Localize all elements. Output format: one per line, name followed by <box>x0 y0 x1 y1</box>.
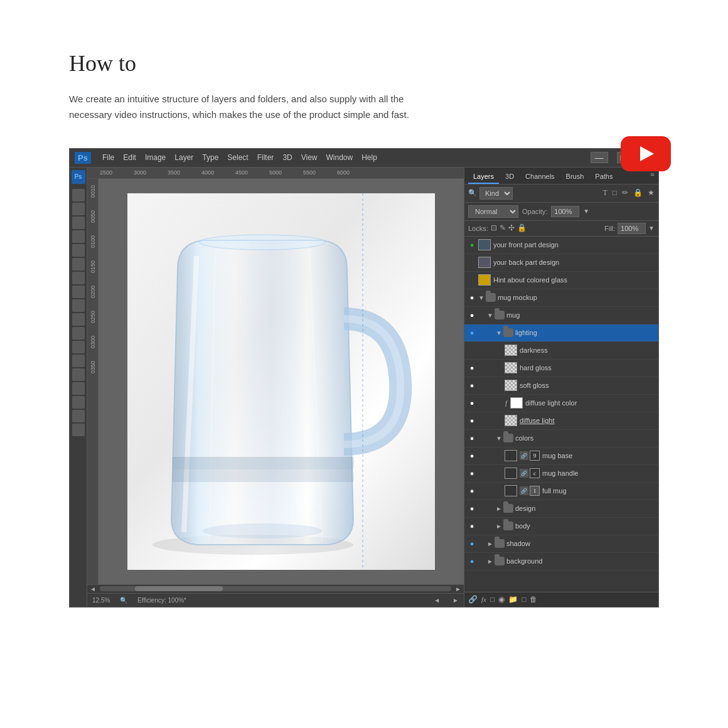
tool-eyedropper[interactable] <box>72 244 85 257</box>
eye-icon-16[interactable]: ● <box>467 503 477 513</box>
scroll-right-btn[interactable]: ► <box>455 586 461 592</box>
layer-item-hint-glass[interactable]: Hint about colored glass <box>464 272 658 289</box>
eye-icon-19[interactable]: ● <box>467 556 477 566</box>
menu-image[interactable]: Image <box>145 153 166 162</box>
menu-type[interactable]: Type <box>202 153 218 162</box>
menu-help[interactable]: Help <box>361 153 377 162</box>
kind-dropdown[interactable]: Kind <box>479 187 513 200</box>
ruler-top: 2500 3000 3500 4000 4500 5000 5500 6000 <box>87 168 464 179</box>
eye-icon-5[interactable]: ● <box>467 310 477 320</box>
layer-item-body[interactable]: ● ► body <box>464 518 658 535</box>
menu-window[interactable]: Window <box>326 153 353 162</box>
tool-crop[interactable] <box>72 230 85 243</box>
ps-layer-list[interactable]: ● your front part design your back part … <box>464 237 658 592</box>
layer-item-shadow[interactable]: ● ► shadow <box>464 535 658 553</box>
thumb-darkness <box>505 345 517 356</box>
layer-item-diffuse-color[interactable]: ● ƒ diffuse light color <box>464 395 658 412</box>
tool-brush[interactable] <box>72 272 85 284</box>
layer-item-back-design[interactable]: your back part design <box>464 254 658 272</box>
eye-icon-14[interactable]: ● <box>467 468 477 478</box>
add-mask-btn[interactable]: □ <box>490 595 495 604</box>
new-group-btn[interactable]: 📁 <box>508 595 518 604</box>
youtube-play-button[interactable] <box>621 136 671 171</box>
new-layer-btn[interactable]: □ <box>522 595 526 604</box>
tab-3d[interactable]: 3D <box>500 170 519 184</box>
layer-item-design[interactable]: ● ► design <box>464 500 658 518</box>
tool-hand[interactable] <box>72 410 85 422</box>
menu-edit[interactable]: Edit <box>123 153 136 162</box>
tool-clone[interactable] <box>72 286 85 298</box>
eye-icon-8[interactable]: ● <box>467 363 477 373</box>
layer-item-diffuse-light[interactable]: ● diffuse light <box>464 412 658 430</box>
menu-layer[interactable]: Layer <box>174 153 193 162</box>
nav-left[interactable]: ◄ <box>434 597 440 604</box>
menu-file[interactable]: File <box>102 153 114 162</box>
opacity-input[interactable] <box>551 206 579 217</box>
tool-lasso[interactable] <box>72 217 85 229</box>
tab-channels[interactable]: Channels <box>520 170 559 184</box>
tool-select[interactable] <box>72 203 85 215</box>
nav-right[interactable]: ► <box>452 597 459 604</box>
delete-layer-btn[interactable]: 🗑 <box>530 595 537 604</box>
tool-zoom[interactable] <box>72 424 85 436</box>
menu-3d[interactable]: 3D <box>282 153 292 162</box>
adjustment-btn[interactable]: ◉ <box>498 595 505 604</box>
menu-select[interactable]: Select <box>227 153 248 162</box>
tool-eraser[interactable] <box>72 313 85 326</box>
fx-btn[interactable]: fx <box>481 596 486 603</box>
folder-icon-shadow <box>495 539 505 548</box>
tool-move[interactable] <box>72 189 85 201</box>
eye-icon-9[interactable]: ● <box>467 380 477 390</box>
tool-history[interactable] <box>72 299 85 312</box>
tab-layers[interactable]: Layers <box>468 170 499 184</box>
tab-paths[interactable]: Paths <box>590 170 618 184</box>
eye-icon-4[interactable]: ● <box>467 292 477 302</box>
lock-image-icon[interactable]: ✎ <box>500 223 506 233</box>
tool-gradient[interactable] <box>72 327 85 340</box>
panel-menu-icon[interactable]: ≡ <box>650 170 655 184</box>
tool-pen[interactable] <box>72 355 85 367</box>
h-scrollbar[interactable] <box>100 586 451 591</box>
layer-item-mug[interactable]: ● ▼ mug <box>464 307 658 324</box>
layer-item-mug-mockup[interactable]: ● ▼ mug mockup <box>464 289 658 307</box>
layer-item-mug-base[interactable]: ● 🔗 9 mug base <box>464 447 658 465</box>
layer-item-background[interactable]: ● ► background <box>464 553 658 570</box>
link-layers-btn[interactable]: 🔗 <box>468 595 478 604</box>
lock-position-icon[interactable]: ✣ <box>508 223 515 233</box>
eye-icon-11[interactable]: ● <box>467 415 477 426</box>
eye-icon-12[interactable]: ● <box>467 433 477 443</box>
locks-label: Locks: <box>468 225 488 232</box>
layer-item-full-mug[interactable]: ● 🔗 1 full mug <box>464 483 658 500</box>
eye-icon-17[interactable]: ● <box>467 521 477 531</box>
tool-type[interactable] <box>72 368 85 381</box>
layer-item-hard-gloss[interactable]: ● hard gloss <box>464 360 658 377</box>
layer-item-colors[interactable]: ● ▼ colors <box>464 430 658 447</box>
blend-mode-dropdown[interactable]: Normal Multiply Screen <box>468 205 518 218</box>
tool-shape[interactable] <box>72 396 85 409</box>
eye-icon-6[interactable]: ● <box>467 328 477 338</box>
eye-icon-13[interactable]: ● <box>467 451 477 461</box>
layer-item-soft-gloss[interactable]: ● soft gloss <box>464 377 658 395</box>
menu-filter[interactable]: Filter <box>257 153 274 162</box>
tool-path[interactable] <box>72 382 85 395</box>
tool-dodge[interactable] <box>72 341 85 353</box>
ruler-left: 0010 0050 0100 0150 0200 0250 0300 0350 <box>87 179 99 584</box>
eye-icon-18[interactable]: ● <box>467 538 477 549</box>
menu-view[interactable]: View <box>301 153 318 162</box>
tab-brush[interactable]: Brush <box>561 170 589 184</box>
fill-input[interactable] <box>618 223 646 234</box>
tool-heal[interactable] <box>72 258 85 270</box>
layer-item-mug-handle[interactable]: ● 🔗 c mug handle <box>464 465 658 483</box>
layer-item-lighting[interactable]: ● ▼ lighting <box>464 324 658 342</box>
layer-item-front-design[interactable]: ● your front part design <box>464 237 658 254</box>
eye-icon-1[interactable]: ● <box>467 240 477 250</box>
folder-icon-lighting <box>503 328 513 337</box>
lock-transparent-icon[interactable]: ⊡ <box>491 223 497 233</box>
chevron-body: ► <box>496 523 502 530</box>
layer-item-darkness[interactable]: darkness <box>464 342 658 360</box>
lock-all-icon[interactable]: 🔒 <box>517 223 527 233</box>
eye-icon-10[interactable]: ● <box>467 398 477 408</box>
scroll-left-btn[interactable]: ◄ <box>90 586 96 592</box>
eye-icon-15[interactable]: ● <box>467 486 477 496</box>
win-minimize[interactable]: — <box>591 152 608 163</box>
